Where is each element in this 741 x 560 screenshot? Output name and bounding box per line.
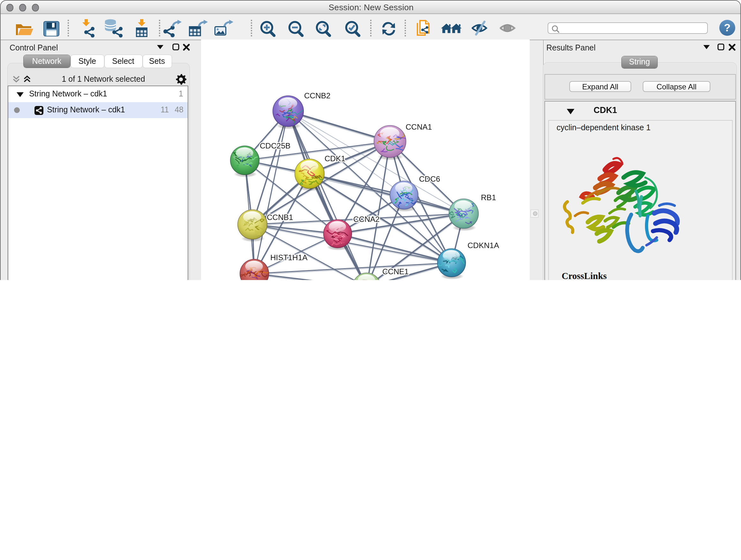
svg-text:CDC6: CDC6 xyxy=(419,175,440,183)
svg-text:RB1: RB1 xyxy=(481,193,496,202)
svg-text:HIST1H1A: HIST1H1A xyxy=(270,253,308,262)
svg-text:CCNB1: CCNB1 xyxy=(267,213,293,222)
svg-text:CCNE1: CCNE1 xyxy=(382,267,409,276)
svg-text:CDK1: CDK1 xyxy=(325,154,345,163)
svg-text:CDC25B: CDC25B xyxy=(260,141,290,150)
svg-text:CCNB2: CCNB2 xyxy=(304,91,331,100)
svg-text:CCNA2: CCNA2 xyxy=(353,215,380,224)
svg-text:CDKN1A: CDKN1A xyxy=(468,241,499,250)
svg-text:CCNA1: CCNA1 xyxy=(406,123,432,131)
